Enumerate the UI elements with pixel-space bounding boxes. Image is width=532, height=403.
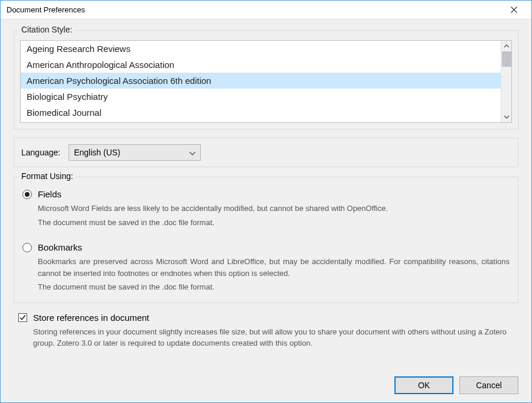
citation-item[interactable]: American Psychological Association 6th e… — [21, 73, 501, 89]
chevron-up-icon — [504, 44, 509, 48]
radio-label: Fields — [38, 189, 61, 199]
citation-style-group: Citation Style: Ageing Research Reviews … — [14, 30, 518, 129]
checkbox — [18, 313, 27, 322]
close-icon — [511, 6, 517, 13]
format-using-group: Format Using: Fields Microsoft Word Fiel… — [14, 177, 518, 303]
citation-item[interactable]: Biological Psychiatry — [21, 89, 501, 105]
checkmark-icon — [19, 314, 26, 321]
bookmarks-desc-2: The document must be saved in the .doc f… — [38, 281, 510, 293]
citation-item[interactable]: Ageing Research Reviews — [21, 41, 501, 57]
language-value: English (US) — [74, 148, 120, 157]
citation-style-legend: Citation Style: — [19, 25, 74, 34]
fields-desc-1: Microsoft Word Fields are less likely to… — [38, 203, 510, 214]
close-button[interactable] — [502, 1, 526, 19]
radio-button — [22, 243, 32, 252]
radio-dot-icon — [25, 192, 30, 197]
language-select[interactable]: English (US) — [68, 144, 201, 161]
radio-label: Bookmarks — [38, 242, 82, 252]
scrollbar[interactable] — [501, 41, 511, 122]
dialog-window: Document Preferences Citation Style: Age… — [0, 0, 532, 403]
radio-fields[interactable]: Fields — [22, 189, 510, 199]
radio-button — [22, 190, 32, 199]
button-row: OK Cancel — [14, 369, 518, 394]
window-title: Document Preferences — [6, 5, 502, 14]
language-label: Language: — [21, 148, 60, 157]
citation-item[interactable]: Biomedical Journal — [21, 105, 501, 121]
citation-style-listbox[interactable]: Ageing Research Reviews American Anthrop… — [20, 40, 512, 123]
chevron-down-icon — [504, 115, 509, 119]
citation-items-container: Ageing Research Reviews American Anthrop… — [21, 41, 501, 122]
format-legend: Format Using: — [19, 171, 76, 181]
language-row: Language: English (US) — [14, 138, 518, 167]
scroll-down-button[interactable] — [501, 112, 512, 122]
store-references-checkbox-row[interactable]: Store references in document — [18, 313, 518, 323]
scroll-up-button[interactable] — [501, 41, 512, 51]
spacer — [22, 230, 510, 239]
chevron-down-icon — [190, 148, 195, 157]
fields-desc-2: The document must be saved in the .doc f… — [38, 217, 510, 229]
citation-item[interactable]: American Anthropological Association — [21, 57, 501, 73]
radio-bookmarks[interactable]: Bookmarks — [22, 242, 510, 252]
scroll-thumb[interactable] — [502, 51, 511, 67]
store-label: Store references in document — [33, 313, 149, 323]
titlebar: Document Preferences — [1, 1, 531, 20]
ok-button[interactable]: OK — [394, 376, 453, 394]
bookmarks-desc-1: Bookmarks are preserved across Microsoft… — [38, 256, 510, 279]
dialog-content: Citation Style: Ageing Research Reviews … — [1, 20, 531, 402]
store-desc: Storing references in your document slig… — [33, 326, 508, 349]
cancel-button[interactable]: Cancel — [459, 376, 518, 394]
